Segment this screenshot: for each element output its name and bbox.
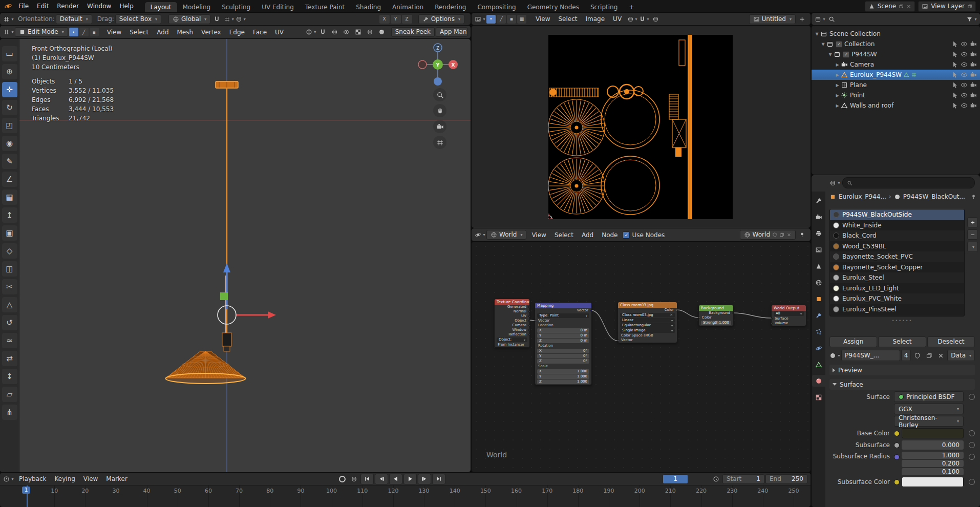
prev-keyframe-button[interactable] [375,474,388,484]
bsdf-node-button[interactable]: Principled BSDF [894,391,964,402]
3d-viewport[interactable]: ▭⊕✛↻◰◉✎∠▦↥▣◇◫✂△↺≈⇄↕▱⋔ Front Orthographic… [0,39,471,472]
ortho-toggle-icon[interactable] [433,136,446,149]
timeline-ruler[interactable]: 1020304050607080901001101201301401501601… [0,485,811,507]
selectable-toggle-icon[interactable] [951,40,958,48]
orientation-dropdown[interactable]: Default▾ [56,14,92,24]
strength-field[interactable]: Strength1.000 [701,321,731,325]
properties-tab-data[interactable] [812,358,825,370]
material-slot[interactable]: Black_Cord [830,230,964,241]
surface-section-header[interactable]: Surface [829,379,975,390]
select-button[interactable]: Select [878,336,926,347]
fake-user-shield-icon[interactable] [912,351,923,361]
image-browse-row[interactable]: Class room03.jpg ✕ [620,313,675,318]
deselect-button[interactable]: Deselect [927,336,975,347]
xray-toggle-icon[interactable] [353,27,364,37]
viewport-editor-type-icon[interactable]: ▾ [3,27,14,37]
expander-icon[interactable]: ▼ [814,32,820,36]
source-dropdown[interactable]: Single Image▾ [620,328,675,333]
node-output-socket[interactable]: Vector [535,308,591,313]
unlink-material-icon[interactable] [935,351,946,361]
zoom-icon[interactable] [433,88,446,101]
node-output-socket[interactable]: Camera [495,323,529,328]
assign-button[interactable]: Assign [829,336,877,347]
selectable-toggle-icon[interactable] [951,71,958,78]
select-mode-vertex[interactable]: • [69,28,78,36]
selectable-toggle-icon[interactable] [951,61,958,68]
topbar-menu[interactable]: Edit [33,3,53,10]
node-output-socket[interactable]: Object [495,319,529,323]
next-keyframe-button[interactable] [418,474,431,484]
timeline-menu[interactable]: Marker [102,475,131,482]
sneak-peek-button[interactable]: Sneak Peek [391,27,435,37]
workspace-tab[interactable]: + [623,2,640,12]
new-scene-icon[interactable] [899,3,904,10]
show-overlays-icon[interactable] [341,27,352,37]
outliner[interactable]: ▼ ✓ Scene Collection ▼ [812,26,980,175]
disable-render-toggle-icon[interactable] [970,92,977,99]
mapping-value-field[interactable]: Y1.000 [537,374,589,379]
material-slot[interactable]: Eurolux_LED_Light [830,283,964,294]
node-output-socket[interactable]: Reflection [495,332,529,337]
topbar-menu[interactable]: Render [53,3,83,10]
properties-tab-particles[interactable] [812,326,825,337]
mapping-value-field[interactable]: Z1.000 [537,379,589,384]
workspace-tab[interactable]: Sculpting [216,2,256,12]
shader-type-dropdown[interactable]: World▾ [486,230,526,240]
viewport-menu[interactable]: Edge [225,29,249,36]
node-mapping[interactable]: Mapping Vector Type: Point▾ Vector Locat… [535,302,592,385]
viewport-menu[interactable]: Face [249,29,271,36]
node-output-socket[interactable]: Window [495,328,529,332]
play-reverse-button[interactable] [389,474,402,484]
node-output-socket[interactable]: Background [699,311,733,315]
properties-tab-material[interactable] [812,375,825,387]
tool-poly-build[interactable]: △ [2,297,17,312]
hide-viewport-toggle-icon[interactable] [961,61,968,68]
jump-to-end-button[interactable] [432,474,445,484]
copy-material-icon[interactable] [924,351,934,361]
output-target-dropdown[interactable]: All▾ [774,311,804,316]
camera-view-icon[interactable] [433,120,446,133]
node-input-socket[interactable]: Surface [772,316,806,321]
auto-keying-icon[interactable] [337,474,348,484]
expander-icon[interactable]: ▼ [820,42,826,47]
disable-render-toggle-icon[interactable] [970,81,977,89]
snap-magnet-icon[interactable] [211,14,222,24]
selectable-toggle-icon[interactable] [951,102,958,109]
scene-selector[interactable]: Scene [865,1,915,12]
timeline-menu[interactable]: Playback [15,475,51,482]
node-editor-type-icon[interactable]: ▾ [475,230,485,240]
outliner-editor-type-icon[interactable]: ▾ [815,14,825,24]
use-nodes-checkbox[interactable]: ✓ [623,231,630,239]
outliner-row[interactable]: ▼ ✓ Collection [812,39,980,49]
mapping-value-field[interactable]: Y0 m [537,333,589,338]
disable-render-toggle-icon[interactable] [970,51,977,58]
collection-checkbox[interactable]: ✓ [836,41,842,48]
tool-move[interactable]: ✛ [2,82,17,97]
app-manager-button[interactable]: App Man [436,27,467,37]
hide-viewport-toggle-icon[interactable] [961,40,968,48]
uv-editor-type-icon[interactable]: ▾ [475,14,485,24]
workspace-tab[interactable]: Shading [350,2,387,12]
decorator-dot[interactable] [969,430,975,436]
current-frame-field[interactable]: 1 [663,474,688,484]
outliner-row[interactable]: ▼ ✓ Scene Collection [812,29,980,39]
play-button[interactable] [403,474,417,484]
properties-tab-modifiers[interactable] [812,309,825,321]
node-menu[interactable]: Node [598,231,622,239]
topbar-menu[interactable]: File [14,3,33,10]
hide-viewport-toggle-icon[interactable] [961,51,968,58]
viewport-menu[interactable]: Vertex [197,29,225,36]
node-output-socket[interactable]: Generated [495,305,529,309]
node-menu[interactable]: Select [550,231,578,239]
keying-set-icon[interactable] [349,474,359,484]
selectable-toggle-icon[interactable] [951,81,958,89]
breadcrumb-material[interactable]: P944SW_BlackOut... [903,193,965,200]
uv-proportional-icon[interactable] [650,14,661,24]
workspace-tab[interactable]: Compositing [472,2,521,12]
preview-section-header[interactable]: Preview [829,365,975,375]
tool-cursor[interactable]: ⊕ [2,64,17,79]
workspace-tab[interactable]: Texture Paint [300,2,350,12]
subsurface-color-swatch[interactable] [902,477,964,487]
hide-viewport-toggle-icon[interactable] [961,92,968,99]
selectable-toggle-icon[interactable] [951,51,958,58]
